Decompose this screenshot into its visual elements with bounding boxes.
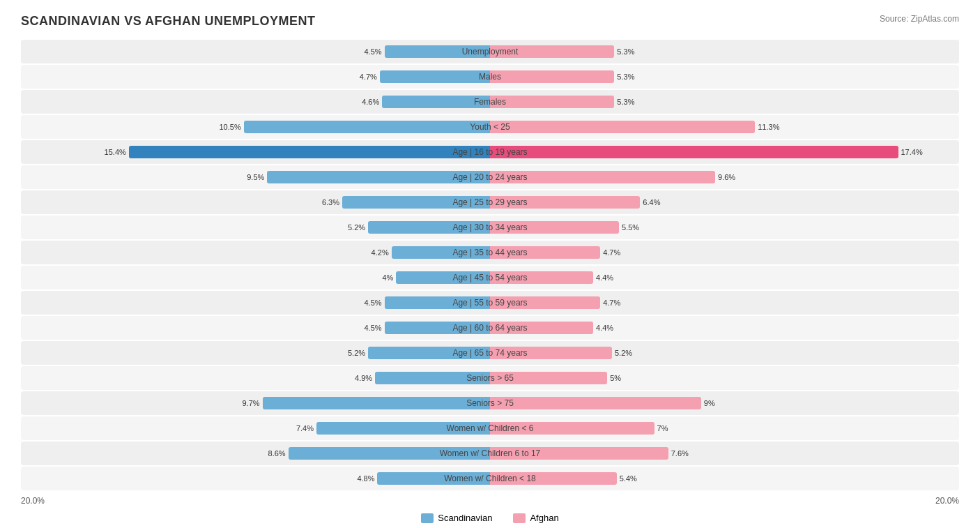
axis-left-label: 20.0% xyxy=(21,496,45,506)
chart-row: Youth < 25 10.5% 11.3% xyxy=(21,115,959,139)
left-value: 4% xyxy=(383,273,397,282)
left-value: 8.6% xyxy=(268,449,289,458)
right-bar xyxy=(490,397,701,409)
chart-row: Unemployment 4.5% 5.3% xyxy=(21,40,959,63)
left-value: 4.9% xyxy=(355,374,375,382)
bar-container: Unemployment 4.5% 5.3% xyxy=(21,40,959,63)
right-bar xyxy=(490,121,755,133)
right-value: 9% xyxy=(701,399,715,407)
right-value: 4.4% xyxy=(593,273,613,282)
right-bar xyxy=(490,96,614,108)
right-value: 9.6% xyxy=(715,173,735,181)
chart-row: Age | 45 to 54 years 4% 4.4% xyxy=(21,266,959,289)
right-value: 5.3% xyxy=(614,73,634,81)
right-value: 4.7% xyxy=(600,299,620,307)
right-value: 5.5% xyxy=(619,223,639,232)
left-bar xyxy=(380,70,490,83)
bar-container: Women w/ Children < 6 7.4% 7% xyxy=(21,416,959,440)
left-value: 9.7% xyxy=(243,399,263,407)
bar-container: Males 4.7% 5.3% xyxy=(21,65,959,89)
chart-row: Age | 30 to 34 years 5.2% 5.5% xyxy=(21,216,959,239)
row-label: Age | 20 to 24 years xyxy=(452,172,527,182)
row-label: Age | 25 to 29 years xyxy=(452,197,527,207)
left-value: 9.5% xyxy=(247,173,267,181)
right-value: 6.4% xyxy=(640,198,660,206)
chart-header: SCANDINAVIAN VS AFGHAN UNEMPLOYMENT Sour… xyxy=(21,14,959,29)
left-value: 4.5% xyxy=(365,324,385,332)
chart-row: Age | 25 to 29 years 6.3% 6.4% xyxy=(21,190,959,214)
row-label: Seniors > 65 xyxy=(466,373,514,383)
left-value: 15.4% xyxy=(105,148,129,156)
left-value: 7.4% xyxy=(296,424,316,432)
right-value: 4.4% xyxy=(593,324,613,332)
legend-scandinavian: Scandinavian xyxy=(421,513,492,523)
row-label: Age | 60 to 64 years xyxy=(452,323,527,333)
row-label: Females xyxy=(474,97,506,107)
right-value: 17.4% xyxy=(898,148,923,156)
right-value: 5.2% xyxy=(612,349,632,357)
row-label: Age | 35 to 44 years xyxy=(452,248,527,257)
chart-row: Age | 65 to 74 years 5.2% 5.2% xyxy=(21,341,959,365)
chart-container: SCANDINAVIAN VS AFGHAN UNEMPLOYMENT Sour… xyxy=(0,0,980,528)
bar-container: Age | 35 to 44 years 4.2% 4.7% xyxy=(21,241,959,264)
left-bar xyxy=(244,121,490,133)
row-label: Age | 55 to 59 years xyxy=(452,298,527,308)
left-value: 4.5% xyxy=(365,299,385,307)
row-label: Youth < 25 xyxy=(470,122,510,132)
bar-container: Youth < 25 10.5% 11.3% xyxy=(21,115,959,139)
bar-container: Age | 45 to 54 years 4% 4.4% xyxy=(21,266,959,289)
scandinavian-label: Scandinavian xyxy=(438,513,492,523)
bar-container: Seniors > 65 4.9% 5% xyxy=(21,366,959,390)
bar-container: Women w/ Children 6 to 17 8.6% 7.6% xyxy=(21,442,959,465)
axis-labels: 20.0% 20.0% xyxy=(21,496,959,506)
row-label: Women w/ Children 6 to 17 xyxy=(440,448,541,458)
right-value: 7% xyxy=(654,424,668,432)
row-label: Age | 16 to 19 years xyxy=(452,147,527,157)
legend-afghan: Afghan xyxy=(513,513,558,523)
left-value: 4.5% xyxy=(365,47,385,56)
right-value: 5.4% xyxy=(617,474,637,483)
chart-row: Age | 55 to 59 years 4.5% 4.7% xyxy=(21,291,959,315)
bar-container: Females 4.6% 5.3% xyxy=(21,90,959,114)
chart-row: Age | 60 to 64 years 4.5% 4.4% xyxy=(21,316,959,340)
right-value: 7.6% xyxy=(668,449,689,458)
chart-row: Seniors > 65 4.9% 5% xyxy=(21,366,959,390)
left-value: 4.7% xyxy=(360,73,380,81)
right-bar xyxy=(490,70,614,83)
chart-row: Seniors > 75 9.7% 9% xyxy=(21,391,959,415)
bar-container: Age | 16 to 19 years 15.4% 17.4% xyxy=(21,140,959,164)
chart-row: Age | 16 to 19 years 15.4% 17.4% xyxy=(21,140,959,164)
left-value: 4.8% xyxy=(357,474,377,483)
chart-row: Women w/ Children < 6 7.4% 7% xyxy=(21,416,959,440)
afghan-label: Afghan xyxy=(530,513,558,523)
legend: Scandinavian Afghan xyxy=(21,513,959,523)
chart-row: Females 4.6% 5.3% xyxy=(21,90,959,114)
chart-row: Age | 20 to 24 years 9.5% 9.6% xyxy=(21,165,959,189)
left-value: 5.2% xyxy=(348,349,368,357)
afghan-swatch xyxy=(513,513,526,523)
bar-container: Age | 20 to 24 years 9.5% 9.6% xyxy=(21,165,959,189)
right-value: 5.3% xyxy=(614,98,634,106)
bar-container: Age | 30 to 34 years 5.2% 5.5% xyxy=(21,216,959,239)
bar-container: Seniors > 75 9.7% 9% xyxy=(21,391,959,415)
left-bar xyxy=(263,397,490,409)
row-label: Males xyxy=(479,72,501,82)
left-value: 6.3% xyxy=(322,198,342,206)
bar-container: Age | 55 to 59 years 4.5% 4.7% xyxy=(21,291,959,315)
left-value: 4.2% xyxy=(372,248,392,257)
chart-source: Source: ZipAtlas.com xyxy=(880,14,959,24)
bar-container: Age | 60 to 64 years 4.5% 4.4% xyxy=(21,316,959,340)
axis-right-label: 20.0% xyxy=(935,496,959,506)
row-label: Women w/ Children < 6 xyxy=(447,423,534,433)
left-value: 10.5% xyxy=(219,123,243,131)
scandinavian-swatch xyxy=(421,513,434,523)
right-value: 5.3% xyxy=(614,47,634,56)
chart-area: Unemployment 4.5% 5.3% Males 4.7% 5.3% F… xyxy=(21,40,959,490)
right-value: 11.3% xyxy=(755,123,779,131)
bar-container: Age | 65 to 74 years 5.2% 5.2% xyxy=(21,341,959,365)
chart-row: Males 4.7% 5.3% xyxy=(21,65,959,89)
left-value: 4.6% xyxy=(362,98,382,106)
row-label: Women w/ Children < 18 xyxy=(444,474,536,483)
row-label: Age | 45 to 54 years xyxy=(452,273,527,282)
bar-container: Women w/ Children < 18 4.8% 5.4% xyxy=(21,467,959,490)
